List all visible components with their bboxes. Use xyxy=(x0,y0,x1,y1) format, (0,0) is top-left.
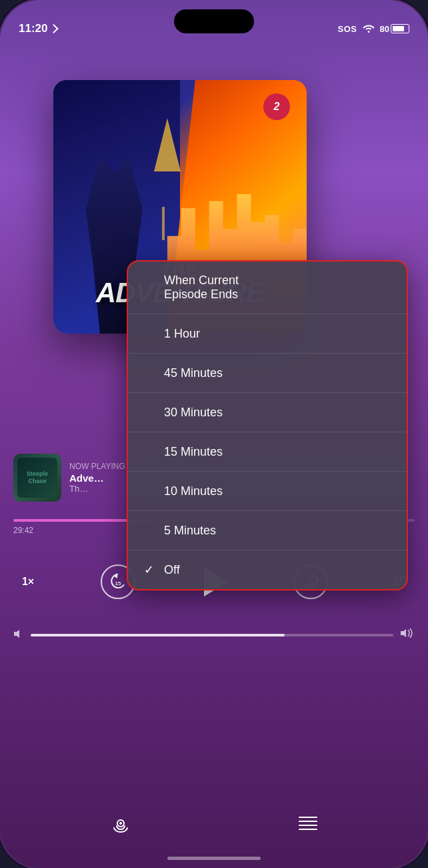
phone-frame: 11:20 SOS 80 xyxy=(0,0,428,868)
speed-button[interactable]: 1× xyxy=(13,576,43,588)
sleep-option-label: 15 Minutes xyxy=(164,445,391,459)
sleep-option-label: 5 Minutes xyxy=(164,524,391,538)
sos-indicator: SOS xyxy=(338,24,357,34)
nav-queue[interactable] xyxy=(298,815,318,835)
sleep-option-label: Off xyxy=(164,563,391,577)
sleep-timer-dropdown[interactable]: ✓ When CurrentEpisode Ends ✓ 1 Hour ✓ 45… xyxy=(127,260,408,590)
checkmark-selected-icon: ✓ xyxy=(144,562,157,577)
sleep-timer-option-10-minutes[interactable]: ✓ 10 Minutes xyxy=(128,472,407,511)
sleep-timer-option-when-episode-ends[interactable]: ✓ When CurrentEpisode Ends xyxy=(128,262,407,314)
svg-point-10 xyxy=(119,822,122,825)
volume-fill xyxy=(31,634,285,636)
sleep-option-label: When CurrentEpisode Ends xyxy=(164,274,391,302)
nav-podcast[interactable] xyxy=(111,815,131,835)
sleep-option-label: 1 Hour xyxy=(164,327,391,341)
sleep-option-label: 30 Minutes xyxy=(164,406,391,420)
svg-marker-0 xyxy=(113,573,117,578)
sleep-timer-option-30-minutes[interactable]: ✓ 30 Minutes xyxy=(128,393,407,432)
volume-high-icon xyxy=(400,627,415,642)
skip-back-label: 15 xyxy=(108,571,128,592)
battery-percent: 80 xyxy=(380,24,389,34)
mini-podcast-artwork[interactable]: Steeple Chase xyxy=(13,454,61,502)
battery-indicator: 80 xyxy=(380,24,409,34)
svg-marker-8 xyxy=(401,629,406,637)
status-time: 11:20 xyxy=(19,22,58,35)
bottom-navigation xyxy=(0,815,428,835)
svg-marker-7 xyxy=(14,630,19,638)
volume-bar[interactable] xyxy=(31,634,393,636)
sleep-timer-option-45-minutes[interactable]: ✓ 45 Minutes xyxy=(128,354,407,393)
location-icon xyxy=(49,24,59,33)
sleep-option-label: 10 Minutes xyxy=(164,484,391,498)
svg-text:15: 15 xyxy=(115,580,121,586)
sleep-timer-option-15-minutes[interactable]: ✓ 15 Minutes xyxy=(128,432,407,472)
sleep-option-label: 45 Minutes xyxy=(164,366,391,380)
sleep-timer-option-off[interactable]: ✓ Off xyxy=(128,550,407,589)
dynamic-island xyxy=(174,9,254,33)
time-display: 11:20 xyxy=(19,22,47,35)
volume-low-icon xyxy=(13,628,24,641)
wifi-icon xyxy=(363,23,375,35)
volume-section[interactable] xyxy=(13,627,415,642)
sleep-timer-option-1-hour[interactable]: ✓ 1 Hour xyxy=(128,314,407,354)
home-indicator[interactable] xyxy=(167,857,261,860)
sleep-timer-option-5-minutes[interactable]: ✓ 5 Minutes xyxy=(128,511,407,550)
status-indicators: SOS 80 xyxy=(338,23,409,35)
